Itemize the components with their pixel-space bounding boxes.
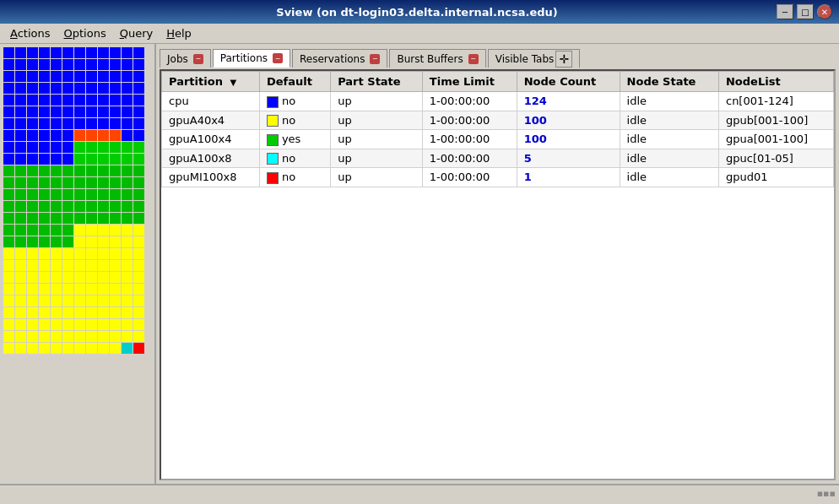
- node-cell[interactable]: [133, 225, 144, 236]
- node-cell[interactable]: [27, 260, 38, 271]
- node-cell[interactable]: [133, 272, 144, 283]
- node-cell[interactable]: [86, 260, 97, 271]
- node-cell[interactable]: [86, 307, 97, 318]
- node-cell[interactable]: [62, 106, 73, 117]
- node-cell[interactable]: [27, 213, 38, 224]
- node-cell[interactable]: [110, 106, 121, 117]
- menu-help[interactable]: Help: [160, 25, 198, 41]
- node-cell[interactable]: [51, 319, 62, 330]
- node-cell[interactable]: [98, 130, 109, 141]
- node-cell[interactable]: [98, 272, 109, 283]
- node-cell[interactable]: [122, 272, 133, 283]
- tab-jobs[interactable]: Jobs −: [160, 49, 211, 68]
- node-cell[interactable]: [27, 284, 38, 295]
- node-cell[interactable]: [133, 343, 144, 354]
- node-cell[interactable]: [98, 319, 109, 330]
- node-cell[interactable]: [15, 201, 26, 212]
- node-cell[interactable]: [110, 47, 121, 58]
- node-cell[interactable]: [86, 284, 97, 295]
- node-cell[interactable]: [110, 177, 121, 188]
- node-cell[interactable]: [39, 47, 50, 58]
- node-cell[interactable]: [51, 236, 62, 247]
- node-cell[interactable]: [133, 331, 144, 342]
- node-cell[interactable]: [86, 106, 97, 117]
- node-cell[interactable]: [133, 201, 144, 212]
- node-cell[interactable]: [51, 260, 62, 271]
- node-cell[interactable]: [86, 177, 97, 188]
- node-cell[interactable]: [39, 95, 50, 106]
- node-cell[interactable]: [86, 130, 97, 141]
- node-cell[interactable]: [110, 225, 121, 236]
- node-cell[interactable]: [27, 130, 38, 141]
- node-cell[interactable]: [27, 118, 38, 129]
- node-cell[interactable]: [98, 189, 109, 200]
- node-cell[interactable]: [51, 71, 62, 82]
- node-cell[interactable]: [3, 248, 14, 259]
- node-cell[interactable]: [110, 165, 121, 176]
- node-cell[interactable]: [122, 177, 133, 188]
- node-cell[interactable]: [15, 83, 26, 94]
- node-cell[interactable]: [74, 225, 85, 236]
- node-cell[interactable]: [133, 260, 144, 271]
- table-row[interactable]: gpuMI100x8 no up 1-00:00:00 1 idle gpud0…: [162, 168, 834, 187]
- tab-burst-buffers-close[interactable]: −: [468, 54, 479, 64]
- node-cell[interactable]: [62, 71, 73, 82]
- node-cell[interactable]: [110, 118, 121, 129]
- node-cell[interactable]: [74, 130, 85, 141]
- node-cell[interactable]: [98, 154, 109, 165]
- node-cell[interactable]: [51, 284, 62, 295]
- node-cell[interactable]: [3, 71, 14, 82]
- node-cell[interactable]: [27, 225, 38, 236]
- node-cell[interactable]: [110, 59, 121, 70]
- node-cell[interactable]: [3, 236, 14, 247]
- node-cell[interactable]: [74, 343, 85, 354]
- node-cell[interactable]: [133, 177, 144, 188]
- node-cell[interactable]: [122, 106, 133, 117]
- node-cell[interactable]: [133, 165, 144, 176]
- node-cell[interactable]: [74, 201, 85, 212]
- node-cell[interactable]: [27, 142, 38, 153]
- node-cell[interactable]: [122, 284, 133, 295]
- tab-partitions[interactable]: Partitions −: [213, 49, 290, 68]
- node-cell[interactable]: [133, 189, 144, 200]
- node-cell[interactable]: [15, 225, 26, 236]
- node-cell[interactable]: [98, 260, 109, 271]
- node-cell[interactable]: [15, 236, 26, 247]
- node-cell[interactable]: [86, 71, 97, 82]
- node-cell[interactable]: [27, 177, 38, 188]
- node-cell[interactable]: [15, 177, 26, 188]
- node-cell[interactable]: [51, 106, 62, 117]
- node-cell[interactable]: [98, 236, 109, 247]
- node-cell[interactable]: [15, 272, 26, 283]
- node-cell[interactable]: [39, 343, 50, 354]
- node-cell[interactable]: [62, 272, 73, 283]
- node-cell[interactable]: [62, 213, 73, 224]
- node-cell[interactable]: [122, 165, 133, 176]
- col-header-nodelist[interactable]: NodeList: [718, 72, 833, 92]
- table-row[interactable]: cpu no up 1-00:00:00 124 idle cn[001-124…: [162, 92, 834, 111]
- node-cell[interactable]: [39, 106, 50, 117]
- node-cell[interactable]: [122, 59, 133, 70]
- node-cell[interactable]: [98, 295, 109, 306]
- node-cell[interactable]: [133, 142, 144, 153]
- node-cell[interactable]: [98, 213, 109, 224]
- node-cell[interactable]: [74, 59, 85, 70]
- node-cell[interactable]: [39, 201, 50, 212]
- node-cell[interactable]: [3, 95, 14, 106]
- node-cell[interactable]: [39, 295, 50, 306]
- node-cell[interactable]: [98, 142, 109, 153]
- node-cell[interactable]: [62, 295, 73, 306]
- node-cell[interactable]: [122, 225, 133, 236]
- node-cell[interactable]: [15, 319, 26, 330]
- node-cell[interactable]: [133, 71, 144, 82]
- node-cell[interactable]: [86, 201, 97, 212]
- node-cell[interactable]: [74, 272, 85, 283]
- node-cell[interactable]: [133, 59, 144, 70]
- node-cell[interactable]: [51, 213, 62, 224]
- node-cell[interactable]: [39, 165, 50, 176]
- node-cell[interactable]: [74, 236, 85, 247]
- node-cell[interactable]: [15, 189, 26, 200]
- node-cell[interactable]: [86, 154, 97, 165]
- node-cell[interactable]: [74, 260, 85, 271]
- node-cell[interactable]: [39, 236, 50, 247]
